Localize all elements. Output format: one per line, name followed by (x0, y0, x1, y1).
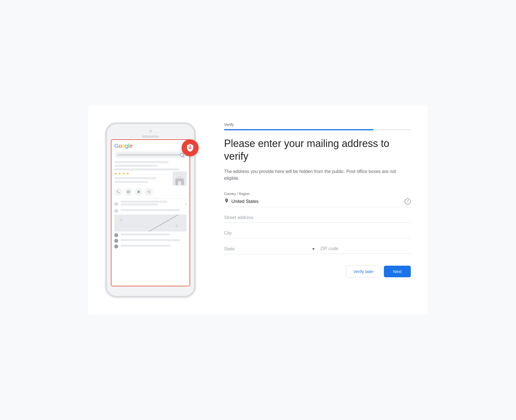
country-label: Country / Region (224, 192, 411, 196)
state-zip-group: State ▾ (224, 246, 411, 254)
list-item-2 (114, 209, 187, 213)
phone-camera (149, 130, 152, 133)
store-icon (173, 172, 187, 186)
button-row: Verify later Next (224, 265, 411, 278)
shield-badge (182, 139, 199, 156)
list-item-5 (114, 244, 187, 248)
verify-later-button[interactable]: Verify later (346, 265, 380, 278)
progress-area: Verify (224, 122, 411, 130)
svg-rect-1 (178, 177, 182, 178)
street-field-group (224, 215, 411, 223)
map-thumbnail (114, 215, 187, 231)
share-icon-circle (145, 188, 153, 196)
form-section: Verify Please enter your mailing address… (224, 122, 411, 278)
city-input[interactable] (224, 231, 411, 238)
phone-icon-circle (114, 188, 122, 196)
phone-section: Google ★ ★ ★ (105, 122, 201, 298)
search-icon (180, 153, 184, 157)
page-subtitle: The address you provide here will be hid… (224, 168, 411, 182)
list-item-3 (114, 233, 187, 237)
state-select-wrapper[interactable]: State ▾ (224, 246, 315, 254)
chevron-icon: › (185, 202, 187, 206)
map-icon-circle (124, 188, 132, 196)
google-logo: Google (114, 143, 187, 149)
city-field-group (224, 231, 411, 238)
zip-field (320, 246, 411, 254)
list-item-4 (114, 239, 187, 243)
svg-rect-2 (175, 177, 178, 178)
svg-rect-4 (178, 181, 181, 185)
state-select[interactable]: State (224, 246, 312, 251)
list-item-1: › (114, 201, 187, 207)
progress-bar-track (224, 129, 411, 130)
location-icon (224, 198, 229, 205)
country-input[interactable] (231, 199, 402, 204)
dropdown-arrow-icon: ▾ (312, 246, 315, 252)
next-button[interactable]: Next (384, 266, 411, 277)
icon-circles (114, 188, 187, 196)
state-field: State ▾ (224, 246, 315, 254)
phone-inner: Google ★ ★ ★ (111, 139, 190, 286)
zip-input[interactable] (320, 246, 411, 254)
svg-rect-3 (181, 177, 184, 178)
verify-label: Verify (224, 122, 411, 127)
country-input-row[interactable]: ? (224, 198, 411, 207)
phone-search-bar (114, 151, 187, 158)
main-container: Google ★ ★ ★ (88, 105, 428, 315)
country-field-group: Country / Region ? (224, 192, 411, 207)
street-input[interactable] (224, 215, 411, 223)
map-pin-1 (120, 219, 123, 222)
progress-bar-fill (224, 129, 373, 130)
page-title: Please enter your mailing address to ver… (224, 137, 411, 163)
bookmark-icon-circle (135, 188, 143, 196)
help-icon[interactable]: ? (405, 198, 411, 205)
stars-row: ★ ★ ★ ★ (114, 172, 170, 176)
phone-speaker (142, 135, 159, 138)
map-pin-2 (175, 224, 178, 227)
